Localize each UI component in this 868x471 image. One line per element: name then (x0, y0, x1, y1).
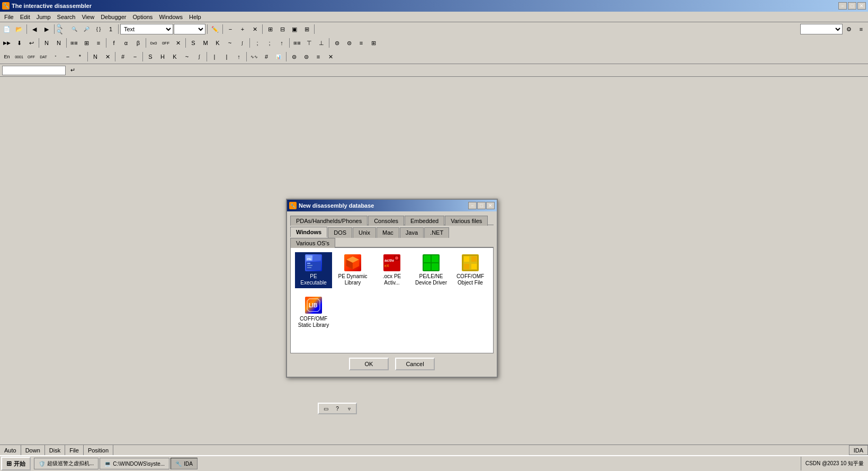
plus-button[interactable]: + (237, 23, 248, 35)
minimize-button[interactable]: − (838, 2, 847, 10)
tab-embedded[interactable]: Embedded (405, 216, 444, 226)
misc1-button[interactable]: ✕ (172, 37, 184, 49)
dialog-close-button[interactable]: ✕ (486, 202, 495, 209)
icon-pe-dynamic-library[interactable]: PE Dynamic Library (334, 252, 371, 288)
misc4-button[interactable]: K (212, 37, 223, 49)
forward-button[interactable]: ▶ (41, 23, 52, 35)
maximize-button[interactable]: □ (848, 2, 856, 10)
float-btn-3[interactable]: ▿ (344, 404, 354, 413)
proc-button[interactable]: ⊞⊞ (68, 37, 80, 49)
proc3-button[interactable]: ≡ (93, 37, 104, 49)
wave-button[interactable]: ∿∿ (248, 51, 260, 63)
hyphen-button[interactable]: − (129, 51, 141, 63)
minus-button[interactable]: − (225, 23, 236, 35)
tab-various-os[interactable]: Various OS's (290, 238, 335, 248)
menu-windows[interactable]: Windows (156, 13, 186, 21)
tab-windows[interactable]: Windows (290, 227, 327, 237)
step2-button[interactable]: ↩ (25, 37, 37, 49)
dialog-minimize-button[interactable]: − (468, 202, 477, 209)
h-button[interactable]: H (157, 51, 168, 63)
taskbar-item-1[interactable]: 💻 C:\WINDOWS\syste... (100, 458, 169, 469)
taskbar-item-0[interactable]: 🛡️ 超级巡警之虚拟机... (34, 458, 99, 469)
float-btn-2[interactable]: ? (333, 404, 342, 413)
new-button[interactable]: 📄 (1, 23, 13, 35)
tilde-button[interactable]: ~ (181, 51, 193, 63)
layout3-button[interactable]: ⊥ (316, 37, 327, 49)
close-button[interactable]: ✕ (857, 2, 866, 10)
func-button[interactable]: f (108, 37, 120, 49)
bp-button[interactable]: N (41, 37, 52, 49)
hex-button[interactable]: 0x0 (148, 37, 159, 49)
misc3-button[interactable]: M (200, 37, 211, 49)
search-button[interactable]: 🔍🔍 (56, 23, 68, 35)
func-align1[interactable]: ⊜ (288, 51, 300, 63)
icon-pe-executable[interactable]: PE PE Executable (295, 252, 332, 288)
code-button[interactable]: { } (93, 23, 104, 35)
xmark-button[interactable]: ✕ (102, 51, 113, 63)
integral-button[interactable]: ∫ (193, 51, 205, 63)
menu-debugger[interactable]: Debugger (97, 13, 129, 21)
extra-button[interactable]: ≡ (855, 23, 867, 35)
config-button[interactable]: ⚙ (843, 23, 855, 35)
tab-java[interactable]: Java (400, 227, 424, 238)
search2-button[interactable]: 🔍 (68, 23, 80, 35)
tab-net[interactable]: .NET (424, 227, 449, 238)
func-align3[interactable]: ≡ (312, 51, 324, 63)
open-button[interactable]: 📂 (13, 23, 25, 35)
icon-coff-static-library[interactable]: LIB COFF/OMF Static Library (295, 295, 332, 331)
v-bar-button[interactable]: | (209, 51, 220, 63)
hash-button[interactable]: # (117, 51, 129, 63)
print-button[interactable]: ⊞ (301, 23, 312, 35)
icon-pele-device-driver[interactable]: PE/LE/NE Device Driver (413, 252, 450, 288)
ok-button[interactable]: OK (349, 358, 389, 370)
misc2-button[interactable]: S (187, 37, 199, 49)
paste-button[interactable]: ⊟ (276, 23, 288, 35)
align1-button[interactable]: ⊜ (331, 37, 343, 49)
const2-button[interactable]: OFF (25, 51, 37, 63)
func3-button[interactable]: β (132, 37, 144, 49)
func-align2[interactable]: ⊜ (300, 51, 312, 63)
back-button[interactable]: ◀ (29, 23, 40, 35)
start-button[interactable]: ⊞ 开始 (1, 457, 31, 470)
v2-bar-button[interactable]: | (221, 51, 232, 63)
menu-search[interactable]: Search (54, 13, 79, 21)
tab-dos[interactable]: DOS (328, 227, 352, 238)
n-button[interactable]: N (90, 51, 101, 63)
up-button[interactable]: ↑ (233, 51, 245, 63)
dash1-button[interactable]: − (62, 51, 74, 63)
const3-button[interactable]: DAT (38, 51, 49, 63)
dialog-maximize-button[interactable]: □ (477, 202, 486, 209)
hash2-button[interactable]: # (261, 51, 272, 63)
lang-button[interactable]: En (1, 51, 13, 63)
menu-file[interactable]: File (1, 13, 17, 21)
misc5-button[interactable]: ~ (224, 37, 236, 49)
icon-ocx-pe-activex[interactable]: activ eX .ocx PE Activ... (373, 252, 410, 288)
misc8-button[interactable]: ; (264, 37, 275, 49)
combo-right[interactable] (800, 24, 843, 34)
proc2-button[interactable]: ⊞ (80, 37, 92, 49)
addr-go-button[interactable]: ↵ (67, 65, 78, 76)
digit-button[interactable]: 1 (105, 23, 117, 35)
view-sub-dropdown[interactable] (174, 24, 205, 34)
const1-button[interactable]: 0001 (13, 51, 25, 63)
clip-button[interactable]: ▣ (289, 23, 300, 35)
menu-view[interactable]: View (78, 13, 97, 21)
taskbar-item-2[interactable]: 🔧 IDA (171, 458, 198, 469)
tab-consoles[interactable]: Consoles (368, 216, 404, 226)
pencil-button[interactable]: ✏️ (209, 23, 221, 35)
float-btn-1[interactable]: ▭ (321, 404, 330, 413)
align3-button[interactable]: ≡ (355, 37, 367, 49)
run-button[interactable]: ▶▶ (1, 37, 13, 49)
k-button[interactable]: K (169, 51, 181, 63)
tab-pdas[interactable]: PDAs/Handhelds/Phones (290, 216, 368, 226)
menu-edit[interactable]: Edit (17, 13, 33, 21)
asterisk-button[interactable]: * (74, 51, 86, 63)
x-button[interactable]: ✕ (249, 23, 261, 35)
search3-button[interactable]: 🔎 (80, 23, 92, 35)
step-button[interactable]: ⬇ (13, 37, 25, 49)
layout1-button[interactable]: ⊞⊞ (291, 37, 303, 49)
menu-options[interactable]: Options (129, 13, 156, 21)
icon-coff-object[interactable]: COFF/OMF Object File (452, 252, 489, 288)
cancel-button[interactable]: Cancel (395, 358, 435, 370)
view-type-dropdown[interactable]: Text (120, 24, 173, 34)
